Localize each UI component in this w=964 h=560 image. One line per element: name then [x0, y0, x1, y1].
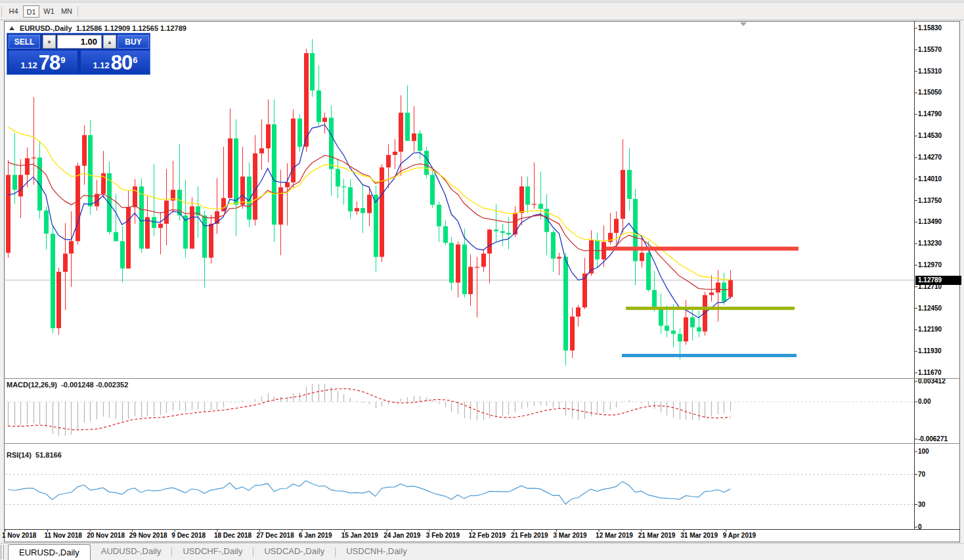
- mt4-window: H4D1W1MN EURUSD-,Daily 1.12586 1.12909 1…: [0, 0, 964, 560]
- one-click-trading-panel: SELL ▼ ▲ BUY 1.12 78 9 1.12 80 6: [7, 33, 150, 75]
- macd-axis-label: 0.00: [918, 398, 931, 405]
- price-axis-label: 1.15570: [918, 46, 942, 53]
- price-axis-label: 1.13490: [918, 218, 942, 225]
- chart-ohlc-values: 1.12586 1.12909 1.12565 1.12789: [76, 24, 186, 32]
- tabbar-left-divider: [1, 545, 4, 559]
- timeframe-button-d1[interactable]: D1: [23, 5, 39, 18]
- chart-title-marker-icon: [9, 26, 14, 30]
- chart-symbol-label: EURUSD-,Daily: [20, 24, 72, 32]
- volume-increase-button[interactable]: ▲: [103, 35, 116, 49]
- price-axis-label: 1.13750: [918, 197, 942, 204]
- timeframe-button-mn[interactable]: MN: [58, 5, 75, 18]
- volume-decrease-button[interactable]: ▼: [43, 35, 56, 49]
- date-axis-label: 18 Dec 2018: [214, 532, 252, 539]
- rsi-axis-label: 30: [918, 501, 925, 508]
- rsi-pane-title: RSI(14) 51.8166: [7, 451, 62, 459]
- date-axis-label: 12 Feb 2019: [468, 532, 506, 539]
- date-axis-label: 3 Feb 2019: [426, 532, 460, 539]
- timeframe-button-h4[interactable]: H4: [5, 5, 22, 18]
- buy-button[interactable]: BUY: [118, 35, 149, 49]
- current-price-badge: 1.12789: [915, 276, 961, 285]
- date-axis-label: 12 Mar 2019: [596, 532, 633, 539]
- price-axis-label: 1.13230: [918, 240, 942, 247]
- date-axis-label: 1 Nov 2018: [2, 532, 36, 539]
- volume-input[interactable]: [57, 35, 102, 49]
- chart-tab-bar: EURUSD-,DailyAUDUSD-,DailyUSDCHF-,DailyU…: [0, 543, 964, 560]
- date-axis-label: 9 Apr 2019: [723, 532, 756, 539]
- price-axis-label: 1.12970: [918, 261, 942, 269]
- rsi-axis-label: 70: [918, 471, 925, 478]
- date-axis-label: 31 Mar 2019: [680, 532, 718, 539]
- price-axis-label: 1.11670: [918, 369, 942, 376]
- date-axis-label: 24 Jan 2019: [383, 532, 420, 539]
- tab-usdcad-daily[interactable]: USDCAD-,Daily: [253, 544, 335, 560]
- price-axis-label: 1.11930: [918, 347, 942, 355]
- timeframe-toolbar: H4D1W1MN: [0, 3, 964, 20]
- buy-price-big: 80: [111, 54, 132, 72]
- macd-pane-title: MACD(12,26,9) -0.001248 -0.002352: [7, 381, 128, 389]
- date-axis-label: 3 Mar 2019: [554, 532, 587, 539]
- tab-usdcnh-daily[interactable]: USDCNH-,Daily: [336, 544, 417, 560]
- timeframe-button-w1[interactable]: W1: [41, 5, 57, 18]
- price-axis-label: 1.12450: [918, 305, 942, 312]
- date-axis-label: 21 Mar 2019: [638, 532, 676, 539]
- date-axis-label: 20 Nov 2018: [87, 532, 125, 539]
- buy-price-pip: 6: [133, 51, 137, 70]
- sell-price-prefix: 1.12: [20, 59, 37, 72]
- price-axis-label: 1.15310: [918, 68, 942, 75]
- sell-price-display[interactable]: 1.12 78 9: [9, 51, 77, 74]
- date-axis-label: 27 Dec 2018: [256, 532, 294, 539]
- chart-window: [4, 21, 960, 542]
- sell-price-big: 78: [39, 54, 60, 72]
- date-axis-label: 9 Dec 2018: [171, 532, 206, 539]
- rsi-label: RSI(14): [7, 451, 32, 459]
- rsi-axis-label: 100: [918, 448, 929, 455]
- macd-axis-label: 0.003412: [918, 377, 946, 385]
- toolbar-divider: [77, 7, 78, 17]
- price-axis-label: 1.14790: [918, 110, 942, 118]
- sell-button[interactable]: SELL: [9, 35, 40, 49]
- price-axis-label: 1.12190: [918, 326, 942, 333]
- tab-usdchf-daily[interactable]: USDCHF-,Daily: [172, 544, 253, 560]
- date-axis-label: 11 Nov 2018: [45, 532, 82, 539]
- macd-label: MACD(12,26,9): [7, 381, 57, 389]
- toolbar-divider: [1, 7, 2, 17]
- chart-pane-title: EURUSD-,Daily 1.12586 1.12909 1.12565 1.…: [9, 24, 186, 32]
- rsi-value: 51.8166: [35, 451, 62, 459]
- main-toolbar-edge: [0, 0, 964, 3]
- macd-values: -0.001248 -0.002352: [61, 381, 128, 389]
- price-axis-label: 1.14530: [918, 132, 942, 139]
- macd-axis-label: -0.006271: [918, 435, 948, 442]
- sell-price-pip: 9: [60, 51, 65, 70]
- rsi-axis-label: 0: [918, 523, 922, 530]
- buy-price-prefix: 1.12: [93, 59, 109, 72]
- price-axis-label: 1.14010: [918, 175, 942, 183]
- price-axis-label: 1.15830: [918, 24, 942, 32]
- tab-audusd-daily[interactable]: AUDUSD-,Daily: [91, 544, 172, 560]
- price-axis-label: 1.14270: [918, 154, 942, 161]
- buy-price-display[interactable]: 1.12 80 6: [81, 51, 150, 74]
- date-axis-label: 15 Jan 2019: [341, 532, 378, 539]
- tab-eurusd-daily[interactable]: EURUSD-,Daily: [8, 544, 91, 560]
- date-axis-label: 6 Jan 2019: [299, 532, 332, 539]
- date-axis-label: 29 Nov 2018: [129, 532, 167, 539]
- price-axis-label: 1.15050: [918, 89, 942, 96]
- date-axis-label: 21 Feb 2019: [511, 532, 548, 539]
